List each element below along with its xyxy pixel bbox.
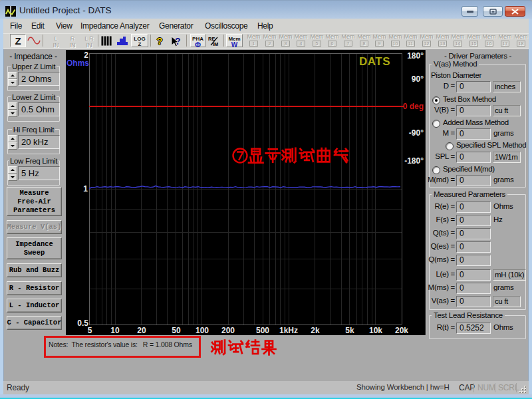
svg-text:1: 1 [83,184,88,194]
svg-text:10: 10 [110,326,120,335]
svg-text:Ohms: Ohms [66,59,89,68]
svg-text:500: 500 [256,326,269,335]
svg-text:5: 5 [88,326,92,335]
svg-text:1kHz: 1kHz [279,326,298,335]
svg-text:10k: 10k [369,326,382,335]
svg-text:5k: 5k [345,326,354,335]
svg-text:180°: 180° [407,51,424,61]
svg-text:50: 50 [172,326,181,335]
svg-text:2k: 2k [311,326,320,335]
svg-text:20: 20 [137,326,146,335]
svg-text:100: 100 [196,326,209,335]
svg-text:DATS: DATS [359,55,390,68]
svg-text:200: 200 [221,326,235,335]
